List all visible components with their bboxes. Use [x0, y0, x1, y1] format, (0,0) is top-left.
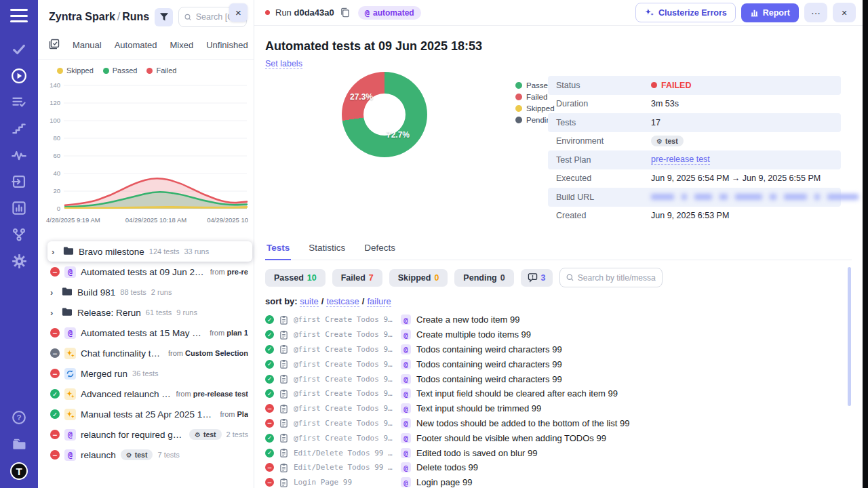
copy-icon[interactable]	[340, 7, 350, 18]
detail-value: ⚙test	[651, 136, 684, 146]
filter-passed-button[interactable]: Passed10	[265, 269, 326, 287]
runs-history-chart: SkippedPassedFailed 0204060801001201404/…	[38, 60, 254, 233]
run-row[interactable]: ✓Manual tests at 25 Apr 2025 10:06 Copyf…	[38, 404, 254, 424]
run-row[interactable]: −@relaunch for required group⚙test2 test…	[38, 424, 254, 445]
bar-chart-icon[interactable]	[11, 200, 27, 216]
tests-search-input[interactable]	[578, 273, 656, 283]
filter-skipped-button[interactable]: Skipped0	[389, 269, 448, 287]
run-details-table: StatusFAILEDDuration3m 53sTests17Environ…	[548, 76, 841, 225]
filter-pending-button[interactable]: Pending0	[454, 269, 513, 287]
projects-folder-icon[interactable]	[11, 436, 27, 452]
detail-row-executed: ExecutedJun 9, 2025 6:54 PM → Jun 9, 202…	[548, 169, 841, 188]
project-name[interactable]: Zyntra Spark	[49, 11, 115, 22]
detail-value: pre-release test	[651, 155, 710, 165]
legend-dot	[515, 82, 522, 89]
runs-folder-row[interactable]: ›Build 98188 tests2 runs	[38, 282, 254, 302]
runs-play-circle-icon[interactable]	[11, 68, 27, 84]
run-detail-panel: Run d0da43a0 @automated Clusterize Error…	[254, 0, 863, 488]
panel-close-button[interactable]: ×	[229, 3, 248, 22]
test-row[interactable]: − @first Create Todos 99… @ Text input s…	[265, 401, 852, 416]
sort-by-testcase-link[interactable]: testcase	[326, 296, 359, 307]
run-row[interactable]: −@Automated tests at 09 Jun 2025 18:53fr…	[38, 262, 254, 282]
sort-by-failure-link[interactable]: failure	[367, 296, 391, 307]
results-donut-chart: 72.7% 27.3%	[342, 72, 427, 157]
filter-button[interactable]	[155, 8, 173, 26]
test-plan-link[interactable]: pre-release test	[651, 155, 710, 165]
chevron-right-icon[interactable]: ›	[52, 247, 58, 257]
report-button[interactable]: Report	[741, 3, 799, 22]
test-row[interactable]: − Login Page 99 @ Login page 99	[265, 475, 852, 488]
tab-tests[interactable]: Tests	[265, 240, 291, 260]
test-row[interactable]: ✓ @first Create Todos 99… @ Todos contai…	[265, 371, 852, 386]
svg-text:?: ?	[16, 413, 21, 422]
donut-failed-label: 27.3%	[350, 92, 373, 102]
tab-automated[interactable]: Automated	[115, 40, 157, 50]
test-row[interactable]: ✓ @first Create Todos 99… @ Create multi…	[265, 327, 852, 342]
run-status-dot	[265, 10, 270, 15]
tab-statistics[interactable]: Statistics	[307, 240, 347, 260]
automated-icon: @	[401, 359, 411, 369]
search-icon	[566, 273, 574, 282]
run-row[interactable]: −Chat functinality test Copyfrom Custom …	[38, 343, 254, 363]
test-suite-name: @first Create Todos 99…	[294, 330, 395, 339]
run-row[interactable]: −@relaunch⚙test7 tests	[38, 445, 254, 465]
tab-defects[interactable]: Defects	[363, 240, 397, 260]
test-row[interactable]: ✓ Edit/Delete Todos 99 @… @ Edited todo …	[265, 445, 852, 460]
detail-value: 3m 53s	[651, 99, 679, 108]
automated-icon: @	[401, 344, 411, 354]
chevron-right-icon[interactable]: ›	[50, 287, 57, 298]
test-row[interactable]: ✓ @first Create Todos 99… @ Footer shoul…	[265, 430, 852, 445]
runs-folder-row[interactable]: ›Bravo milestone124 tests33 runs	[47, 241, 252, 262]
test-row[interactable]: ✓ @first Create Todos 99… @ Create a new…	[265, 312, 852, 327]
tab-manual[interactable]: Manual	[73, 40, 102, 50]
detail-value: 17	[651, 118, 660, 127]
import-box-arrow-icon[interactable]	[11, 174, 27, 190]
sparkle-icon	[64, 348, 76, 359]
clusterize-errors-button[interactable]: Clusterize Errors	[635, 3, 736, 22]
automated-icon: @	[64, 266, 76, 278]
test-suite-name: Login Page 99	[294, 478, 395, 487]
filter-failed-button[interactable]: Failed7	[332, 269, 382, 287]
test-title: New todos should be added to the bottom …	[416, 418, 629, 428]
sort-by-suite-link[interactable]: suite	[300, 296, 318, 307]
run-name: relaunch for required group	[81, 430, 184, 440]
list-check-icon[interactable]	[11, 94, 27, 110]
help-icon[interactable]: ?	[11, 409, 27, 426]
activity-pulse-icon[interactable]	[11, 147, 27, 163]
run-row[interactable]: ✓Advanced relaunch test Copyfrom pre-rel…	[38, 384, 254, 404]
run-row[interactable]: −Merged run36 tests	[38, 363, 254, 384]
tab-unfinished[interactable]: Unfinished	[206, 40, 248, 50]
select-runs-icon[interactable]	[49, 39, 60, 52]
runs-folder-row[interactable]: ›Release: Rerun61 tests9 runs	[38, 302, 254, 323]
hamburger-menu-icon[interactable]	[10, 9, 28, 22]
steps-icon[interactable]	[11, 121, 27, 137]
checkmark-icon[interactable]	[11, 41, 27, 58]
test-title: Todos containing weird characters 99	[416, 344, 562, 354]
tab-mixed[interactable]: Mixed	[170, 40, 194, 50]
detail-label: Duration	[556, 99, 651, 108]
git-branch-icon[interactable]	[11, 226, 27, 243]
test-list-scrollbar[interactable]	[848, 267, 851, 406]
clipboard-icon	[279, 330, 288, 340]
app-logo[interactable]: T	[10, 462, 28, 480]
run-status-icon: ✓	[50, 389, 60, 399]
svg-text:140: 140	[50, 81, 60, 89]
folder-icon-wrap	[62, 307, 73, 319]
run-from-plan: from Pla	[220, 410, 248, 418]
test-title: Todos containing weird characters 99	[416, 374, 562, 384]
set-labels-link[interactable]: Set labels	[265, 59, 302, 69]
test-row[interactable]: ✓ @first Create Todos 99… @ Todos contai…	[265, 357, 852, 371]
chevron-right-icon[interactable]: ›	[50, 308, 57, 318]
clipboard-icon	[279, 463, 288, 472]
run-row[interactable]: −@Automated tests at 15 May 2025 12:32fr…	[38, 323, 254, 343]
comments-filter-button[interactable]: 3	[521, 269, 553, 287]
test-row[interactable]: − Edit/Delete Todos 99 @… @ Delete todos…	[265, 460, 852, 475]
test-row[interactable]: ✓ @first Create Todos 99… @ Todos contai…	[265, 342, 852, 357]
test-row[interactable]: ✓ @first Create Todos 99… @ Text input f…	[265, 386, 852, 401]
run-tests-count: 7 tests	[157, 451, 179, 459]
close-run-button[interactable]: ×	[833, 3, 856, 22]
settings-gear-icon[interactable]	[11, 253, 27, 269]
test-row[interactable]: − @first Create Todos 99… @ New todos sh…	[265, 416, 852, 431]
more-options-button[interactable]: ···	[804, 3, 827, 22]
blurred-url-segment	[735, 194, 762, 200]
